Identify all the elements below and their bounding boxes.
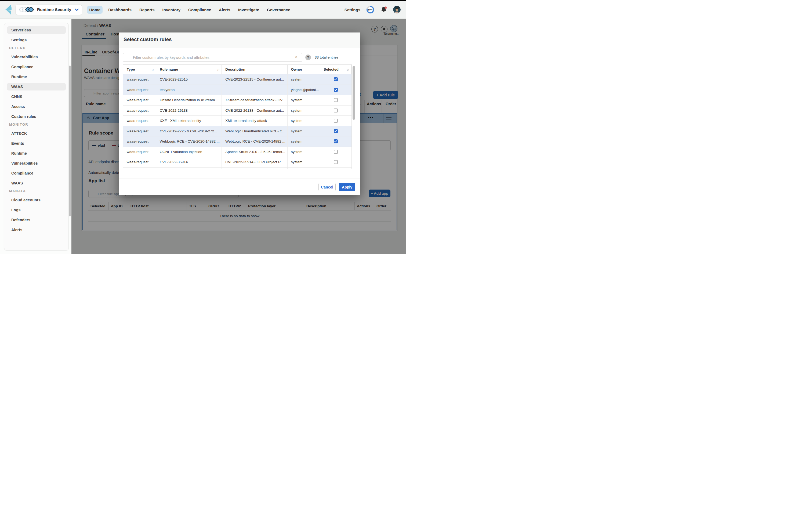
sidebar-section-manage: MANAGE [9, 189, 66, 194]
sidebar-item-alerts[interactable]: Alerts [7, 226, 66, 234]
sidebar-scrollbar[interactable] [69, 66, 71, 216]
row-checkbox[interactable] [334, 129, 338, 133]
col-header-type[interactable]: Type↓↑ [123, 65, 156, 74]
row-checkbox[interactable] [334, 160, 338, 164]
table-row[interactable]: waas-requestUnsafe Deserialization in XS… [123, 95, 351, 105]
cell-type: waas-request [123, 147, 156, 157]
cell-description [222, 168, 287, 169]
sidebar-item-att-ck[interactable]: ATT&CK [7, 130, 66, 137]
navbar-right: Settings 80% [344, 6, 401, 14]
sort-icon[interactable]: ↓↑ [152, 68, 154, 71]
nav-item-settings[interactable]: Settings [344, 7, 360, 12]
sidebar-item-serverless[interactable]: Serverless [7, 26, 66, 34]
table-row[interactable]: waas-requestCVE-2023-22515CVE-2023-22515… [123, 74, 351, 85]
sidebar-item-events[interactable]: Events [7, 140, 66, 147]
cell-rule-name: CVE-2019-2725 & CVE-2019-272... [156, 126, 222, 136]
col-header-description[interactable]: Description [222, 65, 287, 74]
col-header-rule-name[interactable]: Rule name↓↑ [156, 65, 222, 74]
cell-rule-name: testyaron [156, 85, 222, 95]
cell-rule-name: XXE - XML external entity [156, 116, 222, 126]
table-row[interactable]: waas-requestOGNL Evaluation InjectionApa… [123, 147, 351, 157]
nav-item-governance[interactable]: Governance [265, 6, 292, 14]
sort-icon[interactable]: ↓↑ [347, 68, 349, 71]
cell-description: WebLogic Unauthenticated RCE- C... [222, 126, 287, 136]
sidebar-column: ServerlessSettingsDEFENDVulnerabilitiesC… [0, 18, 72, 254]
cell-selected [320, 95, 351, 105]
cell-owner: system [288, 136, 320, 146]
table-row[interactable] [123, 168, 351, 169]
cell-selected [320, 85, 351, 95]
sort-icon[interactable]: ↓↑ [217, 68, 219, 71]
table-row[interactable]: waas-requesttestyaronyinghel@paloal... [123, 85, 351, 95]
sidebar-section-defend: DEFEND [9, 46, 66, 51]
sidebar-item-waas[interactable]: WAAS [7, 83, 66, 90]
help-icon[interactable]: ? [305, 54, 311, 60]
user-avatar[interactable] [393, 6, 401, 13]
nav-item-dashboards[interactable]: Dashboards [106, 6, 134, 14]
chevron-down-icon [75, 9, 79, 11]
sidebar-item-compliance[interactable]: Compliance [7, 169, 66, 177]
row-checkbox[interactable] [334, 98, 338, 102]
row-checkbox[interactable] [334, 88, 338, 92]
sidebar-item-custom-rules[interactable]: Custom rules [7, 113, 66, 120]
sidebar-item-runtime[interactable]: Runtime [7, 73, 66, 81]
nav-item-investigate[interactable]: Investigate [236, 6, 261, 14]
cell-rule-name: CVE-2022-35914 [156, 157, 222, 167]
credits-progress-ring[interactable]: 80% [366, 6, 374, 14]
nav-item-inventory[interactable]: Inventory [160, 6, 183, 14]
nav-item-alerts[interactable]: Alerts [217, 6, 232, 14]
cell-owner: system [288, 147, 320, 157]
sidebar-item-vulnerabilities[interactable]: Vulnerabilities [7, 160, 66, 167]
sidebar-item-cloud-accounts[interactable]: Cloud accounts [7, 196, 66, 204]
cell-description: CVE-2022-35914 - GLPI Project R... [222, 157, 287, 167]
notifications-bell-icon[interactable] [380, 6, 387, 13]
cell-selected [320, 168, 351, 169]
sidebar-item-cnns[interactable]: CNNS [7, 93, 66, 100]
cell-selected [320, 74, 351, 85]
cell-type: waas-request [123, 74, 156, 85]
nav-item-home[interactable]: Home [87, 6, 102, 14]
row-checkbox[interactable] [334, 109, 338, 113]
custom-rules-filter-input[interactable] [123, 53, 302, 62]
row-checkbox[interactable] [334, 119, 338, 123]
sidebar-item-settings[interactable]: Settings [7, 36, 66, 44]
sidebar-item-logs[interactable]: Logs [7, 206, 66, 214]
sidebar-item-defenders[interactable]: Defenders [7, 216, 66, 224]
table-header-row: Type↓↑Rule name↓↑DescriptionOwnerSelecte… [123, 65, 351, 74]
col-header-selected[interactable]: Selected↓↑ [320, 65, 351, 74]
apply-button[interactable]: Apply [339, 183, 355, 191]
sidebar-item-runtime[interactable]: Runtime [7, 150, 66, 157]
custom-rules-table: Type↓↑Rule name↓↑DescriptionOwnerSelecte… [123, 65, 352, 169]
clear-filter-icon[interactable]: × [295, 54, 298, 59]
cell-rule-name: CVE-2023-22515 [156, 74, 222, 85]
sidebar-item-compliance[interactable]: Compliance [7, 63, 66, 71]
table-row[interactable]: waas-requestXXE - XML external entityXML… [123, 116, 351, 126]
row-checkbox[interactable] [334, 150, 338, 154]
modal-footer: Cancel Apply [119, 178, 360, 195]
row-checkbox[interactable] [334, 77, 338, 81]
table-row[interactable]: waas-requestCVE-2022-26138CVE-2022-26138… [123, 105, 351, 116]
cell-type: waas-request [123, 157, 156, 167]
cell-owner [288, 168, 320, 169]
cell-description: CVE-2022-26138 - Confluence aut... [222, 105, 287, 116]
cell-description: Apache Struts 2.0.0 - 2.5.25 Remot... [222, 147, 287, 157]
sidebar-item-vulnerabilities[interactable]: Vulnerabilities [7, 53, 66, 61]
window-top-strip [0, 0, 406, 1]
table-row[interactable]: waas-requestCVE-2022-35914CVE-2022-35914… [123, 157, 351, 168]
table-row[interactable]: waas-requestWebLogic RCE - CVE-2020-1488… [123, 136, 351, 147]
sidebar-item-waas[interactable]: WAAS [7, 179, 66, 187]
module-switcher-label: Runtime Security [37, 7, 71, 12]
cell-type [123, 168, 156, 169]
col-header-owner[interactable]: Owner [288, 65, 320, 74]
cell-description [222, 85, 287, 95]
row-checkbox[interactable] [334, 139, 338, 143]
table-row[interactable]: waas-requestCVE-2019-2725 & CVE-2019-272… [123, 126, 351, 137]
nav-item-compliance[interactable]: Compliance [186, 6, 213, 14]
nav-item-reports[interactable]: Reports [137, 6, 157, 14]
module-switcher[interactable]: Runtime Security [15, 5, 82, 15]
cancel-button[interactable]: Cancel [318, 183, 336, 191]
sidebar-item-access[interactable]: Access [7, 103, 66, 110]
table-scrollbar[interactable] [352, 66, 355, 120]
cell-description: XML external entity attack [222, 116, 287, 126]
cell-owner: yinghel@paloal... [288, 85, 320, 95]
